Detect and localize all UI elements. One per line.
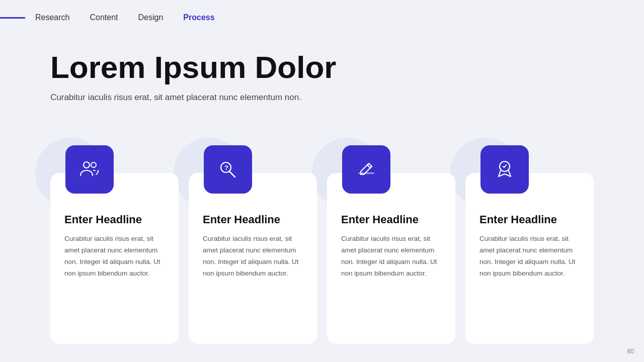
nav-design[interactable]: Design [138, 13, 164, 22]
nav-content[interactable]: Content [90, 13, 118, 22]
card-inner-4: Enter Headline Curabitur iaculis risus e… [465, 173, 594, 344]
edit-icon-box [342, 145, 390, 194]
card-1: Enter Headline Curabitur iaculis risus e… [50, 158, 179, 344]
cards-container: Enter Headline Curabitur iaculis risus e… [50, 128, 594, 344]
page-title: Lorem Ipsum Dolor [50, 50, 594, 84]
icon-float-3 [342, 145, 390, 194]
page-subtitle: Curabitur iaculis risus erat, sit amet p… [50, 93, 594, 103]
card-inner-3: Enter Headline Curabitur iaculis risus e… [327, 173, 455, 344]
search-question-icon: ? [215, 156, 241, 183]
card-2: ? Enter Headline Curabitur iaculis risus… [189, 158, 317, 344]
card-2-desc: Curabitur iaculis risus erat, sit amet p… [203, 233, 303, 280]
navigation: Research Content Design Process [0, 0, 644, 35]
award-icon-box [480, 145, 529, 194]
card-1-desc: Curabitur iaculis risus erat, sit amet p… [64, 233, 165, 280]
card-3-desc: Curabitur iaculis risus erat, sit amet p… [341, 233, 441, 280]
progress-line [0, 17, 25, 19]
main-content: Lorem Ipsum Dolor Curabitur iaculis risu… [0, 35, 644, 354]
icon-float-2: ? [204, 145, 252, 194]
card-3: Enter Headline Curabitur iaculis risus e… [327, 158, 455, 344]
edit-icon [353, 156, 379, 183]
card-4: Enter Headline Curabitur iaculis risus e… [465, 158, 594, 344]
card-1-headline: Enter Headline [64, 213, 165, 226]
slide-number: 60 [627, 348, 634, 355]
users-icon [76, 156, 103, 183]
nav-process[interactable]: Process [183, 13, 214, 22]
svg-line-3 [230, 172, 235, 177]
card-inner-1: Enter Headline Curabitur iaculis risus e… [50, 173, 179, 344]
icon-float-1 [65, 145, 114, 194]
nav-items: Research Content Design Process [35, 13, 215, 22]
svg-text:?: ? [224, 164, 228, 171]
icon-float-4 [480, 145, 529, 194]
search-question-icon-box: ? [204, 145, 252, 194]
card-3-headline: Enter Headline [341, 213, 441, 226]
card-2-headline: Enter Headline [203, 213, 303, 226]
card-4-headline: Enter Headline [479, 213, 580, 226]
card-inner-2: ? Enter Headline Curabitur iaculis risus… [189, 173, 317, 344]
nav-research[interactable]: Research [35, 13, 69, 22]
award-icon [492, 156, 518, 183]
svg-point-0 [84, 162, 90, 168]
svg-point-1 [91, 162, 96, 167]
card-4-desc: Curabitur iaculis risus erat, sit amet p… [479, 233, 580, 280]
users-icon-box [65, 145, 114, 194]
